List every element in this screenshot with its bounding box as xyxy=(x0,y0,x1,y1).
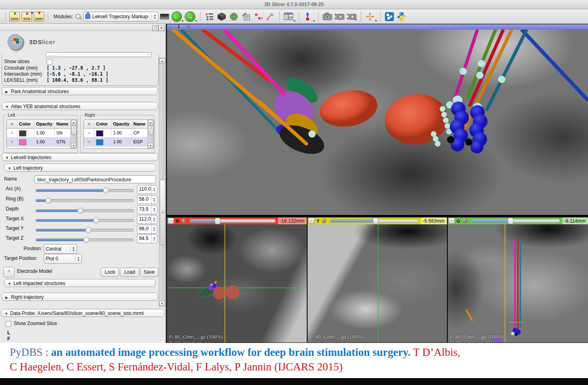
save-trajectory-button[interactable]: Save xyxy=(140,268,158,277)
section-left-trajectory[interactable]: ▼Left trajectory xyxy=(4,164,156,172)
target-z-slider[interactable] xyxy=(36,238,134,241)
name-cell[interactable]: HC xyxy=(132,147,148,149)
spin-arrows-icon[interactable]: ▲▼ xyxy=(151,185,157,194)
spin-arrows-icon[interactable]: ▲▼ xyxy=(151,215,157,223)
section-park-anatomical[interactable]: ▶Park Anatomical structures xyxy=(2,87,158,95)
module-forward-button[interactable]: → xyxy=(185,11,195,22)
section-right-trajectory[interactable]: ▶Right trajectory xyxy=(2,293,158,301)
view3d-header-bar[interactable]: - 1 ☉ xyxy=(167,24,588,30)
slice-minimize-button[interactable]: – xyxy=(168,218,174,224)
screenshot-button[interactable] xyxy=(322,11,333,22)
slider-handle[interactable] xyxy=(86,227,92,233)
scene-view-restore-button[interactable] xyxy=(346,11,357,22)
name-cell[interactable]: STN xyxy=(55,138,71,146)
models-module-button[interactable] xyxy=(228,11,239,22)
slider-handle[interactable] xyxy=(103,187,109,194)
table-row[interactable]: ☀ 1.00 CP xyxy=(84,129,154,138)
table-row-selected[interactable]: ☀ 1.00 STN xyxy=(7,138,77,147)
scroll-thumb[interactable]: ☰ xyxy=(160,180,165,245)
spin-arrows-icon[interactable]: ▲▼ xyxy=(151,196,157,204)
name-cell[interactable]: CP xyxy=(132,129,148,137)
color-swatch[interactable] xyxy=(19,130,26,136)
opacity-cell[interactable]: 1.00 xyxy=(111,147,132,149)
target-y-slider[interactable] xyxy=(36,229,134,232)
name-cell[interactable]: STN xyxy=(55,147,71,149)
slice-pin-icon[interactable] xyxy=(463,219,467,223)
slider-handle[interactable] xyxy=(373,218,378,224)
opacity-cell[interactable]: 1.00 xyxy=(111,129,132,137)
color-swatch[interactable] xyxy=(96,148,103,149)
ring-slider[interactable] xyxy=(36,199,134,202)
color-swatch[interactable] xyxy=(96,130,103,136)
scroll-up-icon[interactable]: ▲ xyxy=(159,58,165,64)
view3d-pin-icon[interactable]: ☉ xyxy=(186,24,190,29)
panel-undock-button[interactable]: ❐ xyxy=(152,25,158,31)
color-swatch[interactable] xyxy=(96,139,103,145)
visibility-eye-icon[interactable]: ☀ xyxy=(7,129,17,137)
section-atlas-yeb[interactable]: ▼Atlas YEB anatomical structures xyxy=(2,102,158,110)
opacity-cell[interactable]: 1.00 xyxy=(34,147,55,149)
table-scrollbar[interactable]: ▲ ☰ ▼ xyxy=(148,120,154,148)
slice-viewport-green[interactable]: F: 80_t2mri_...gz (100%) B: 80_t1mri_nii… xyxy=(448,224,588,342)
atlas-right-table[interactable]: ☀ Color Opacity Name ☀ 1.00 CP ☀ 1.00 EG… xyxy=(83,119,154,149)
crosshair-button[interactable] xyxy=(364,11,376,22)
name-cell[interactable]: SN xyxy=(55,129,71,137)
extensions-manager-button[interactable] xyxy=(384,11,395,22)
slice-minimize-button[interactable]: – xyxy=(308,218,314,224)
volumes-module-button[interactable] xyxy=(216,11,227,22)
visibility-eye-icon[interactable]: ☀ xyxy=(7,147,17,149)
lock-button[interactable]: Lock xyxy=(100,268,119,277)
dicom-button[interactable]: ▲▼DCM xyxy=(21,11,32,22)
scroll-down-icon[interactable]: ▼ xyxy=(159,301,165,306)
module-search-icon[interactable] xyxy=(75,13,81,20)
panel-close-button[interactable]: ✕ xyxy=(158,25,165,31)
scroll-thumb[interactable]: ☰ xyxy=(148,125,154,135)
layout-selector-button[interactable] xyxy=(283,11,294,22)
slider-handle[interactable] xyxy=(77,208,83,214)
arc-slider[interactable] xyxy=(36,189,134,192)
color-swatch[interactable] xyxy=(19,148,26,149)
forward-caret-icon[interactable]: ▾ xyxy=(195,19,197,23)
slice-offset-slider[interactable] xyxy=(190,219,276,223)
arc-spinbox[interactable]: 110.0▲▼ xyxy=(137,185,157,194)
python-console-button[interactable] xyxy=(396,11,407,22)
scroll-down-icon[interactable]: ▼ xyxy=(71,143,76,148)
transforms-module-button[interactable] xyxy=(240,11,252,22)
scene-view-capture-button[interactable] xyxy=(334,11,345,22)
scroll-thumb[interactable]: ☰ xyxy=(71,125,77,135)
visibility-eye-icon[interactable]: ☀ xyxy=(84,147,94,149)
position-combobox[interactable]: Central ▲▼ xyxy=(44,244,77,254)
spin-arrows-icon[interactable]: ▲▼ xyxy=(151,206,157,214)
slice-offset-slider[interactable] xyxy=(330,219,419,223)
opacity-cell[interactable]: 1.00 xyxy=(34,138,55,146)
back-caret-icon[interactable]: ▾ xyxy=(182,19,184,23)
section-leksell-trajectories[interactable]: ▼Leksell trajectories xyxy=(2,153,158,161)
slice-pin-icon[interactable] xyxy=(182,219,186,223)
depth-slider[interactable] xyxy=(36,209,134,212)
slider-handle[interactable] xyxy=(45,198,51,204)
view3d-viewport[interactable] xyxy=(167,30,588,215)
atlas-left-table[interactable]: ☀ Color Opacity Name ☀ 1.00 SN ☀ 1.00 ST… xyxy=(6,119,77,149)
panel-scrollbar[interactable]: ▲ ☰ ▼ xyxy=(159,58,166,306)
load-data-button[interactable]: ▲DATA xyxy=(9,11,20,22)
slice-offset-slider[interactable] xyxy=(471,219,560,223)
module-selector[interactable]: Leksell Trajectory Markups ▲▼ xyxy=(83,12,158,21)
slice-viewport-yellow[interactable]: F: 80_t2mri_...gz (100%) B: 80_t1mri_nii… xyxy=(308,224,447,342)
module-history-icon[interactable] xyxy=(160,14,169,19)
spin-arrows-icon[interactable]: ▲▼ xyxy=(151,235,157,243)
table-row[interactable]: ☀ 1.00 HC xyxy=(84,147,154,149)
target-y-spinbox[interactable]: 96.0▲▼ xyxy=(137,225,157,234)
slice-pin-icon[interactable] xyxy=(322,219,326,223)
load-button[interactable]: Load xyxy=(120,268,139,277)
scroll-up-icon[interactable]: ▲ xyxy=(71,120,76,125)
mouse-place-button[interactable] xyxy=(302,11,314,22)
module-back-button[interactable]: ← xyxy=(171,11,182,22)
module-finder-button[interactable] xyxy=(204,11,215,22)
slider-handle[interactable] xyxy=(215,218,220,224)
visibility-eye-icon[interactable]: ☀ xyxy=(84,138,94,146)
visibility-eye-icon[interactable]: ☀ xyxy=(7,138,17,146)
opacity-cell[interactable]: 1.00 xyxy=(111,138,132,146)
spin-arrows-icon[interactable]: ▲▼ xyxy=(151,225,157,233)
annotations-module-button[interactable] xyxy=(265,11,276,22)
scroll-down-icon[interactable]: ▼ xyxy=(148,143,153,148)
